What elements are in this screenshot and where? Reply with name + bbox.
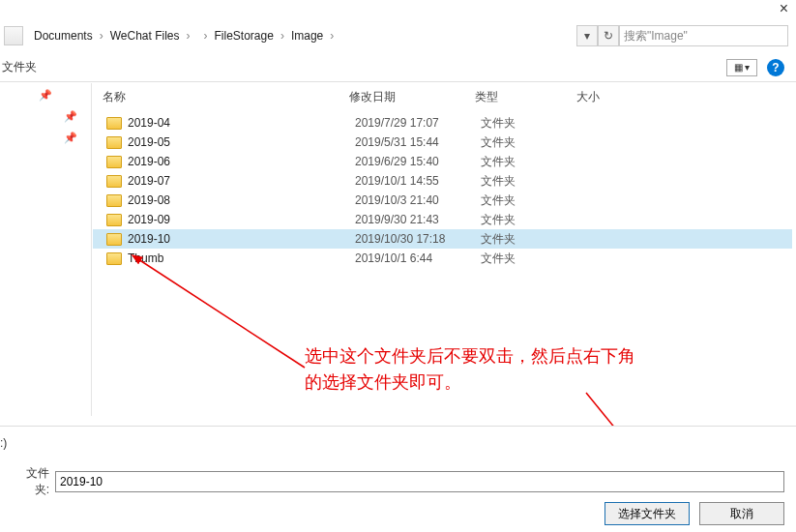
row-type: 文件夹 xyxy=(481,154,582,170)
select-folder-button[interactable]: 选择文件夹 xyxy=(604,502,690,525)
folder-name-input[interactable] xyxy=(55,471,784,492)
table-row[interactable]: Thumb2019/10/1 6:44文件夹 xyxy=(93,249,792,268)
row-name: 2019-10 xyxy=(128,232,355,246)
row-type: 文件夹 xyxy=(481,212,582,228)
chevron-right-icon: › xyxy=(96,29,107,43)
chevron-right-icon: › xyxy=(326,29,338,43)
row-date: 2019/10/30 17:18 xyxy=(355,232,481,246)
cancel-button[interactable]: 取消 xyxy=(699,502,784,525)
search-input[interactable]: 搜索"Image" xyxy=(619,25,788,46)
header-date[interactable]: 修改日期 xyxy=(349,89,475,105)
table-row[interactable]: 2019-092019/9/30 21:43文件夹 xyxy=(93,210,792,229)
table-row[interactable]: 2019-072019/10/1 14:55文件夹 xyxy=(93,171,792,191)
row-name: 2019-06 xyxy=(128,155,355,168)
chevron-right-icon: › xyxy=(200,29,212,43)
help-icon[interactable]: ? xyxy=(767,59,784,76)
row-date: 2019/9/30 21:43 xyxy=(355,213,481,226)
folder-icon xyxy=(106,214,122,226)
header-name[interactable]: 名称 xyxy=(93,89,349,105)
table-row[interactable]: 2019-042019/7/29 17:07文件夹 xyxy=(93,113,792,133)
refresh-button[interactable]: ↻ xyxy=(598,25,619,46)
pin-icon: 📌 xyxy=(64,132,77,144)
row-date: 2019/6/29 15:40 xyxy=(355,155,481,168)
row-name: 2019-07 xyxy=(128,174,355,188)
close-icon[interactable]: × xyxy=(780,0,788,17)
annotation-arrow xyxy=(131,251,314,377)
row-type: 文件夹 xyxy=(481,231,582,248)
row-type: 文件夹 xyxy=(481,192,582,209)
bottom-area: :) 文件夹: xyxy=(0,426,796,505)
pin-icon: 📌 xyxy=(39,89,52,102)
header-type[interactable]: 类型 xyxy=(475,89,576,105)
row-name: Thumb xyxy=(128,251,355,265)
chevron-right-icon: › xyxy=(277,29,288,43)
chevron-right-icon: › xyxy=(183,29,194,43)
row-name: 2019-05 xyxy=(128,135,355,149)
folder-icon xyxy=(106,117,122,130)
row-date: 2019/10/1 14:55 xyxy=(355,174,481,188)
column-headers[interactable]: 名称 修改日期 类型 大小 xyxy=(93,83,792,113)
row-name: 2019-04 xyxy=(128,116,355,130)
folder-field-label: 文件夹: xyxy=(12,465,55,498)
row-name: 2019-09 xyxy=(128,213,355,226)
breadcrumb[interactable]: Documents›WeChat Files› ›FileStorage›Ima… xyxy=(27,24,573,47)
folder-icon xyxy=(106,194,122,207)
row-type: 文件夹 xyxy=(481,115,582,132)
toolbar-title: 文件夹 xyxy=(0,59,37,75)
header-size[interactable]: 大小 xyxy=(576,89,654,105)
row-type: 文件夹 xyxy=(481,251,582,267)
status-label: :) xyxy=(0,436,7,450)
row-date: 2019/10/1 6:44 xyxy=(355,251,481,265)
row-type: 文件夹 xyxy=(481,134,582,151)
row-date: 2019/10/3 21:40 xyxy=(355,193,481,207)
dropdown-button[interactable]: ▾ xyxy=(576,25,598,46)
folder-icon xyxy=(106,136,122,149)
back-button[interactable] xyxy=(4,26,23,45)
breadcrumb-item[interactable]: Documents xyxy=(31,29,96,43)
file-list: 名称 修改日期 类型 大小 2019-042019/7/29 17:07文件夹2… xyxy=(93,83,792,268)
folder-icon xyxy=(106,156,122,168)
nav-row: Documents›WeChat Files› ›FileStorage›Ima… xyxy=(0,22,796,49)
view-mode-button[interactable]: ▦ ▾ xyxy=(726,59,757,76)
pin-icon: 📌 xyxy=(64,110,77,123)
row-name: 2019-08 xyxy=(128,193,355,207)
table-row[interactable]: 2019-062019/6/29 15:40文件夹 xyxy=(93,152,792,171)
svg-line-0 xyxy=(138,259,305,368)
folder-icon xyxy=(106,233,122,246)
folder-icon xyxy=(106,175,122,188)
row-date: 2019/5/31 15:44 xyxy=(355,135,481,149)
table-row[interactable]: 2019-082019/10/3 21:40文件夹 xyxy=(93,191,792,210)
left-pane: 📌 📌 📌 xyxy=(0,83,92,416)
row-type: 文件夹 xyxy=(481,173,582,190)
toolbar: 文件夹 ▦ ▾ ? xyxy=(0,53,796,82)
breadcrumb-item[interactable]: WeChat Files xyxy=(107,29,183,43)
table-row[interactable]: 2019-052019/5/31 15:44文件夹 xyxy=(93,133,792,152)
breadcrumb-item[interactable]: Image xyxy=(288,29,326,43)
breadcrumb-item[interactable]: FileStorage xyxy=(212,29,277,43)
annotation-text: 选中这个文件夹后不要双击，然后点右下角 的选择文件夹即可。 xyxy=(305,343,635,396)
row-date: 2019/7/29 17:07 xyxy=(355,116,481,130)
folder-icon xyxy=(106,252,122,265)
table-row[interactable]: 2019-102019/10/30 17:18文件夹 xyxy=(93,229,792,249)
